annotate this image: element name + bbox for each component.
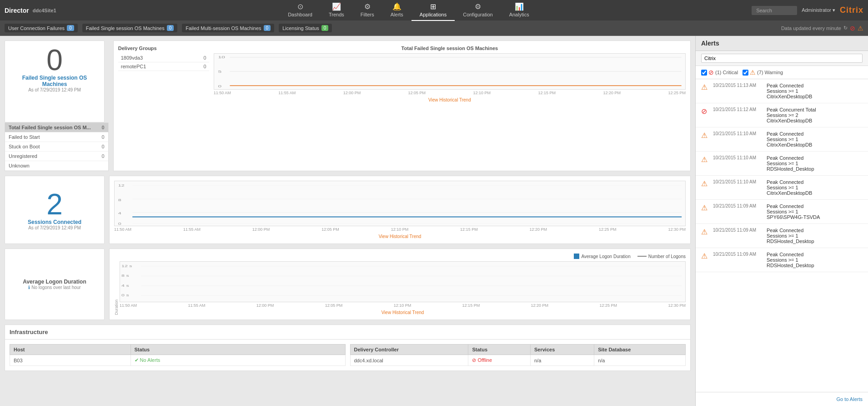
breakdown-label-total: Total Failed Single session OS M... [9, 125, 91, 130]
alert-time: 10/21/2015 11:13 AM [713, 83, 763, 88]
ctrl-status-ddc4: ⊘ Offline [468, 355, 531, 366]
alert-message: Peak Connected Sessions >= 1 RDSHosted_D… [767, 155, 814, 172]
alert-item[interactable]: ⚠10/21/2015 11:09 AMPeak Connected Sessi… [696, 200, 868, 224]
dashboard-icon: ⊙ [297, 2, 303, 11]
alerts-list: ⚠10/21/2015 11:13 AMPeak Connected Sessi… [696, 79, 868, 392]
nav-dashboard[interactable]: ⊙ Dashboard [280, 0, 321, 21]
admin-button[interactable]: Administrator ▾ [802, 7, 835, 13]
search-input[interactable] [752, 6, 797, 15]
host-col-status: Status [130, 345, 345, 355]
pill-failed-multi[interactable]: Failed Multi-session OS Machines 0 [182, 24, 274, 32]
svg-text:10: 10 [218, 55, 225, 59]
pill-licensing[interactable]: Licensing Status 0 [279, 24, 332, 32]
nav-alerts-label: Alerts [391, 12, 403, 17]
legend-num: Number of Logons [637, 254, 686, 259]
warning-count: 7 [759, 70, 762, 75]
logon-metric: Average Logon Duration ℹ No logons over … [5, 249, 105, 320]
alert-critical-icon: ⊘ [701, 107, 709, 116]
alert-item[interactable]: ⚠10/21/2015 11:09 AMPeak Connected Sessi… [696, 224, 868, 248]
alert-item[interactable]: ⚠10/21/2015 11:13 AMPeak Connected Sessi… [696, 79, 868, 103]
logon-y-label: Duration [114, 261, 119, 315]
nav-trends[interactable]: 📈 Trends [321, 0, 352, 21]
logon-info: ℹ No logons over last hour [28, 285, 80, 290]
top-section: 0 Failed Single session OS Machines As o… [5, 41, 691, 171]
alert-message: Peak Connected Sessions >= 1 SPY66\SPW4G… [767, 203, 820, 220]
ctrl-col-database: Site Database [594, 345, 686, 355]
total-failed-view-trend[interactable]: View Historical Trend [214, 97, 686, 102]
breakdown-row-total[interactable]: Total Failed Single session OS M... 0 [5, 123, 108, 132]
critical-checkbox[interactable] [701, 70, 707, 76]
warning-checkbox-label[interactable]: ⚠ (7) Warning [743, 69, 783, 76]
warning-label: Warning [765, 70, 783, 75]
sessions-view-trend[interactable]: View Historical Trend [114, 234, 686, 239]
failed-machines-left: 0 Failed Single session OS Machines As o… [5, 41, 109, 171]
nav-configuration[interactable]: ⚙ Configuration [455, 0, 501, 21]
data-updated: Data updated every minute ↻ ⊘ ⚠ [781, 25, 863, 32]
delivery-groups-title: Delivery Groups [118, 46, 209, 51]
alert-warning-icon: ⚠ [701, 228, 709, 236]
configuration-icon: ⚙ [475, 2, 481, 11]
sessions-count: 2 [46, 190, 63, 219]
dg-count-2: 0 [204, 64, 206, 69]
app-name: Director [5, 7, 29, 14]
logon-chart-axis: 11:50 AM11:55 AM12:00 PM12:05 PM12:10 PM… [120, 302, 686, 309]
alert-item[interactable]: ⚠10/21/2015 11:10 AMPeak Connected Sessi… [696, 127, 868, 152]
alerts-filter-input[interactable] [701, 54, 863, 63]
pill-fm-count: 0 [264, 25, 271, 31]
alert-message: Peak Connected Sessions >= 1 RDSHosted_D… [767, 252, 814, 268]
nav-alerts[interactable]: 🔔 Alerts [382, 0, 411, 21]
host-status-b03: ✔ No Alerts [130, 355, 345, 366]
host-name-b03: B03 [10, 355, 131, 366]
ctrl-col-controller: Delivery Controller [350, 345, 468, 355]
alerts-panel-header: Alerts [696, 36, 868, 51]
alert-message: Peak Connected Sessions >= 1 RDSHosted_D… [767, 228, 814, 244]
total-failed-chart-title: Total Failed Single session OS Machines [214, 46, 686, 51]
delivery-layout: Delivery Groups 1809vda3 0 remotePC1 0 T… [118, 46, 686, 102]
alert-warning-icon: ⚠ [701, 179, 709, 188]
pill-user-connection-failures[interactable]: User Connection Failures 0 [5, 24, 78, 32]
top-nav: Director ddc4Site1 ⊙ Dashboard 📈 Trends … [0, 0, 868, 20]
alert-item[interactable]: ⚠10/21/2015 11:10 AMPeak Connected Sessi… [696, 176, 868, 200]
failed-machines-card: 0 Failed Single session OS Machines As o… [5, 41, 105, 122]
breakdown-row-start[interactable]: Failed to Start 0 [5, 132, 108, 142]
breakdown-row-unreg[interactable]: Unregistered 0 [5, 152, 108, 161]
ctrl-row-ddc4[interactable]: ddc4.xd.local ⊘ Offline n/a n/a [350, 355, 686, 366]
total-failed-chart-box: 10 5 0 [214, 53, 686, 90]
failed-subtitle: As of 7/29/2019 12:49 PM [28, 87, 81, 92]
nav-filters-label: Filters [361, 12, 374, 17]
svg-text:0: 0 [118, 222, 121, 225]
logon-info-text: No logons over last hour [31, 285, 80, 290]
warning-checkbox[interactable] [743, 70, 748, 76]
dg-row-1809vda3[interactable]: 1809vda3 0 [118, 54, 209, 62]
critical-icon: ⊘ [708, 69, 714, 76]
alert-item[interactable]: ⚠10/21/2015 11:10 AMPeak Connected Sessi… [696, 152, 868, 176]
dg-row-remotepc1[interactable]: remotePC1 0 [118, 62, 209, 71]
refresh-icon[interactable]: ↻ [843, 25, 848, 31]
pill-failed-single[interactable]: Failed Single session OS Machines 0 [82, 24, 178, 32]
breakdown-row-boot[interactable]: Stuck on Boot 0 [5, 142, 108, 152]
host-row-b03[interactable]: B03 ✔ No Alerts [10, 355, 346, 366]
alert-item[interactable]: ⊘10/21/2015 11:12 AMPeak Concurrent Tota… [696, 103, 868, 127]
alerts-footer: Go to Alerts [696, 392, 868, 406]
pill-ucf-count: 0 [67, 25, 74, 31]
nav-filters[interactable]: ⚙ Filters [352, 0, 382, 21]
breakdown-label-unreg: Unregistered [9, 153, 91, 159]
dg-count-1: 0 [204, 55, 206, 61]
total-failed-chart: Total Failed Single session OS Machines … [214, 46, 686, 102]
sessions-chart: 12 8 4 0 11:50 AM11:55 AM12:00 PM12:05 P… [109, 176, 691, 244]
alert-item[interactable]: ⚠10/21/2015 11:09 AMPeak Connected Sessi… [696, 248, 868, 272]
svg-text:4: 4 [118, 212, 121, 215]
citrix-logo: Citrix [840, 5, 863, 15]
analytics-icon: 📊 [515, 2, 524, 11]
breakdown-row-unknown[interactable]: Unknown [5, 161, 108, 171]
critical-label: Critical [722, 70, 738, 75]
ctrl-col-services: Services [530, 345, 594, 355]
nav-applications[interactable]: ⊞ Applications [411, 0, 455, 21]
logon-view-trend[interactable]: View Historical Trend [120, 310, 686, 315]
critical-checkbox-label[interactable]: ⊘ (1) Critical [701, 69, 738, 76]
legend-avg: Average Logon Duration [574, 254, 630, 259]
go-to-alerts-link[interactable]: Go to Alerts [837, 396, 863, 402]
nav-analytics[interactable]: 📊 Analytics [501, 0, 537, 21]
nav-items: ⊙ Dashboard 📈 Trends ⚙ Filters 🔔 Alerts … [65, 0, 752, 21]
dg-name-1: 1809vda3 [121, 55, 143, 61]
